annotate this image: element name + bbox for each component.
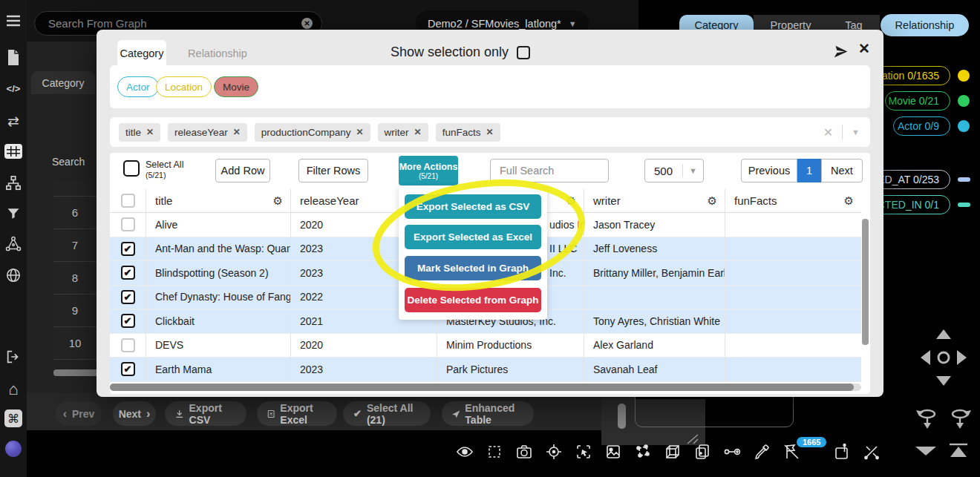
prev-button[interactable]: ‹ Prev xyxy=(56,401,102,426)
file-icon[interactable] xyxy=(0,49,27,67)
table-vertical-scrollbar[interactable] xyxy=(862,219,869,345)
menu-icon[interactable] xyxy=(0,15,27,27)
row-checkbox[interactable] xyxy=(121,338,135,352)
modal-tab-relationship[interactable]: Relationship xyxy=(178,40,257,66)
remove-chip-icon[interactable]: ✕ xyxy=(146,127,154,137)
clear-all-icon[interactable]: ✕ xyxy=(823,125,833,139)
category-chips-panel: Actor Location Movie xyxy=(110,65,870,108)
globe-icon[interactable] xyxy=(0,267,27,283)
delete-selected-from-graph-button[interactable]: Delete Selected from Graph xyxy=(405,288,541,312)
network-icon[interactable] xyxy=(0,236,27,252)
filter-rows-button[interactable]: Filter Rows xyxy=(298,159,368,182)
property-chip-title[interactable]: title✕ xyxy=(119,123,160,142)
remove-chip-icon[interactable]: ✕ xyxy=(486,127,493,137)
command-icon[interactable]: ⌘ xyxy=(0,409,27,427)
export-selected-excel-button[interactable]: Export Selected as Excel xyxy=(405,225,541,249)
actor-node-dot[interactable] xyxy=(958,120,970,132)
property-chip-writer[interactable]: writer✕ xyxy=(378,123,428,142)
table-view-icon[interactable] xyxy=(0,144,27,159)
swap-arrows-icon[interactable]: ⇄ xyxy=(0,113,27,130)
tab-relationship[interactable]: Relationship xyxy=(881,14,969,36)
rotate-left-icon[interactable] xyxy=(916,407,938,430)
code-icon[interactable]: </> xyxy=(0,83,27,94)
property-multiselect[interactable]: title✕ releaseYear✕ productionCompany✕ w… xyxy=(110,117,870,147)
pagination-previous-button[interactable]: Previous xyxy=(741,159,797,182)
movie-node-dot[interactable] xyxy=(958,95,970,107)
duplicate-icon[interactable] xyxy=(693,443,711,461)
modal-tab-category[interactable]: Category xyxy=(117,40,166,66)
mark-selected-in-graph-button[interactable]: Mark Selected in Graph xyxy=(405,256,541,280)
filter-icon[interactable] xyxy=(0,206,27,221)
key-add-icon[interactable] xyxy=(723,443,741,461)
remove-chip-icon[interactable]: ✕ xyxy=(414,127,422,137)
row-checkbox[interactable] xyxy=(121,217,135,231)
clear-search-icon[interactable]: ✕ xyxy=(301,18,313,29)
column-header-title[interactable]: title xyxy=(146,189,291,212)
capture-region-icon[interactable] xyxy=(575,443,592,461)
column-header-funfacts[interactable]: funFacts xyxy=(725,189,861,212)
row-checkbox[interactable] xyxy=(121,362,135,376)
next-button[interactable]: Next › xyxy=(113,401,156,426)
cube-icon[interactable] xyxy=(664,443,682,461)
pop-out-icon[interactable] xyxy=(833,44,849,62)
image-icon[interactable] xyxy=(604,443,622,461)
background-table-panel: Category Search 6 7 8 9 10 xyxy=(27,42,97,398)
category-chip-movie[interactable]: Movie xyxy=(214,76,258,97)
category-chip-location[interactable]: Location xyxy=(156,76,212,97)
background-category-tab[interactable]: Category xyxy=(31,71,95,94)
table-select-all-checkbox[interactable] xyxy=(123,160,140,177)
more-actions-button[interactable]: More Actions (5/21) xyxy=(399,156,458,185)
enhanced-table-button[interactable]: Enhanced Table xyxy=(442,401,534,426)
remove-chip-icon[interactable]: ✕ xyxy=(356,127,364,137)
export-csv-button[interactable]: Export CSV xyxy=(165,401,246,426)
rotate-right-icon[interactable] xyxy=(949,407,971,430)
header-checkbox[interactable] xyxy=(121,194,135,208)
full-search-input[interactable] xyxy=(490,159,609,182)
pagination-page-1[interactable]: 1 xyxy=(797,159,821,182)
brush-icon[interactable] xyxy=(753,443,771,461)
table-row[interactable]: Earth Mama 2023 Park Pictures Savanah Le… xyxy=(110,358,861,382)
clipboard-pin-icon[interactable] xyxy=(833,443,851,461)
tilt-up-icon[interactable] xyxy=(947,442,970,458)
add-row-button[interactable]: Add Row xyxy=(215,159,270,182)
location-node-dot[interactable] xyxy=(958,70,970,82)
export-excel-button[interactable]: Export Excel xyxy=(257,401,337,426)
page-size-select[interactable]: 500 ▼ xyxy=(644,159,704,182)
legend-movie-pill[interactable]: Movie 0/21 xyxy=(885,91,950,111)
property-chip-funfacts[interactable]: funFacts✕ xyxy=(436,123,500,142)
camera-icon[interactable] xyxy=(515,443,533,461)
property-chip-releaseyear[interactable]: releaseYear✕ xyxy=(168,123,247,142)
graph-search-input[interactable] xyxy=(48,17,301,30)
row-checkbox[interactable] xyxy=(121,314,135,328)
selection-frame-icon[interactable] xyxy=(486,443,503,461)
cluster-icon[interactable] xyxy=(634,443,652,461)
prune-branches-icon[interactable] xyxy=(863,443,881,461)
hierarchy-icon[interactable] xyxy=(0,175,27,191)
background-vertical-scrollbar[interactable] xyxy=(618,404,626,429)
property-chip-productioncompany[interactable]: productionCompany✕ xyxy=(255,123,370,142)
crosshair-icon[interactable] xyxy=(545,443,563,461)
filmed-at-edge-dash[interactable] xyxy=(958,177,970,182)
category-chip-actor[interactable]: Actor xyxy=(117,76,159,97)
column-header-writer[interactable]: writer xyxy=(584,189,725,212)
eye-icon[interactable] xyxy=(456,443,474,461)
table-horizontal-scrollbar[interactable] xyxy=(110,384,861,391)
table-row[interactable]: DEVS 2020 Minim Productions Alex Garland xyxy=(110,334,861,358)
row-checkbox[interactable] xyxy=(121,266,135,280)
row-checkbox[interactable] xyxy=(121,290,135,304)
tilt-down-icon[interactable] xyxy=(915,444,937,458)
remove-chip-icon[interactable]: ✕ xyxy=(233,127,241,137)
background-horizontal-scrollbar[interactable] xyxy=(53,369,99,376)
home-icon[interactable]: ⌂ xyxy=(0,380,27,399)
pan-dpad[interactable] xyxy=(918,328,970,387)
legend-actor-pill[interactable]: Actor 0/9 xyxy=(893,116,950,136)
show-selection-checkbox[interactable] xyxy=(517,46,530,59)
sign-out-icon[interactable] xyxy=(0,349,27,365)
dropdown-chevron-icon[interactable]: ▼ xyxy=(852,128,860,136)
pagination-next-button[interactable]: Next xyxy=(821,159,863,182)
select-all-button[interactable]: ✔ Select All (21) xyxy=(343,401,431,426)
export-selected-csv-button[interactable]: Export Selected as CSV xyxy=(405,194,541,219)
close-icon[interactable]: ✕ xyxy=(858,40,870,57)
row-checkbox[interactable] xyxy=(121,242,135,256)
acted-in-edge-dash[interactable] xyxy=(958,203,970,207)
